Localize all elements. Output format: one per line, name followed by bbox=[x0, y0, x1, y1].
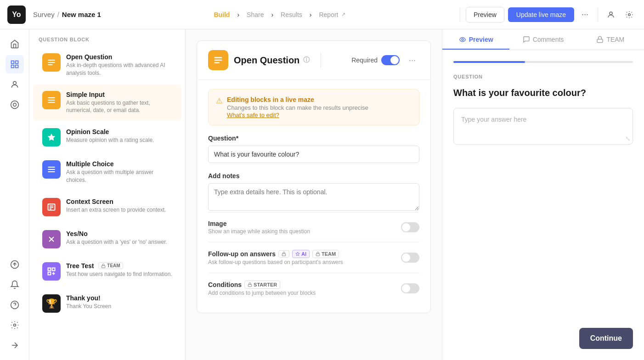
nav-step-share[interactable]: Share bbox=[239, 11, 271, 18]
image-toggle-desc: Show an image while asking this question bbox=[208, 228, 310, 235]
sidebar-more-icon[interactable] bbox=[6, 336, 24, 354]
breadcrumb-separator: / bbox=[57, 11, 59, 18]
tab-comments[interactable]: Comments bbox=[509, 29, 576, 50]
question-input[interactable] bbox=[208, 146, 419, 163]
nav-steps: Build › Share › Results › Report ↗ bbox=[206, 11, 352, 18]
block-icon-yes-no bbox=[42, 230, 61, 248]
sidebar-bottom-icons bbox=[6, 255, 24, 354]
sidebar-home-icon[interactable] bbox=[6, 35, 24, 53]
svg-rect-4 bbox=[11, 65, 14, 68]
block-title-thank-you: Thank you! bbox=[66, 294, 111, 302]
update-live-maze-button[interactable]: Update live maze bbox=[508, 7, 574, 22]
preview-panel: Preview Comments TEAM QUESTION What is y… bbox=[442, 29, 644, 360]
svg-point-0 bbox=[610, 12, 612, 15]
block-item-multiple-choice[interactable]: Multiple Choice Ask a question with mult… bbox=[33, 154, 181, 191]
block-item-opinion-scale[interactable]: Opinion Scale Measure opinion with a rat… bbox=[33, 122, 181, 153]
followup-team-badge: TEAM bbox=[312, 250, 339, 258]
svg-rect-3 bbox=[15, 61, 18, 64]
nav-step-results[interactable]: Results bbox=[273, 11, 310, 18]
toggle-knob bbox=[390, 56, 399, 64]
svg-rect-42 bbox=[248, 285, 252, 287]
followup-lock-badge bbox=[278, 250, 289, 258]
nav-step-build[interactable]: Build bbox=[206, 11, 237, 18]
block-icon-opinion-scale bbox=[42, 128, 61, 146]
conditions-toggle-desc: Add conditions to jump between your bloc… bbox=[208, 290, 316, 296]
block-icon-tree-test bbox=[42, 262, 61, 281]
svg-rect-41 bbox=[316, 254, 320, 256]
conditions-toggle-switch[interactable] bbox=[401, 283, 419, 293]
nav-actions: Preview Update live maze ··· bbox=[458, 7, 637, 22]
preview-continue-button[interactable]: Continue bbox=[579, 328, 633, 349]
svg-rect-5 bbox=[15, 65, 18, 68]
nav-step-report[interactable]: Report ↗ bbox=[311, 11, 352, 18]
followup-toggle-switch[interactable] bbox=[401, 253, 419, 263]
block-item-thank-you[interactable]: 🏆 Thank you! Thank You Screen bbox=[33, 288, 181, 319]
svg-point-7 bbox=[11, 101, 18, 109]
settings-icon[interactable] bbox=[622, 7, 637, 22]
block-title-yes-no: Yes/No bbox=[66, 230, 167, 237]
breadcrumb: Survey / New maze 1 bbox=[33, 11, 101, 18]
block-item-open-question[interactable]: Open Question Ask in-depth questions wit… bbox=[33, 47, 181, 84]
svg-rect-2 bbox=[11, 61, 14, 64]
block-item-simple-input[interactable]: Simple Input Ask basic questions to gath… bbox=[33, 84, 181, 121]
image-toggle-switch[interactable] bbox=[401, 222, 419, 232]
preview-answer-box[interactable]: Type your answer here ⤡ bbox=[453, 108, 633, 145]
breadcrumb-maze-name: New maze 1 bbox=[62, 11, 101, 18]
block-panel: Question Block Open Question Ask in-dept… bbox=[29, 29, 186, 360]
preview-answer-placeholder: Type your answer here bbox=[461, 116, 526, 123]
more-options-button[interactable]: ··· bbox=[578, 8, 592, 21]
block-icon-multiple-choice bbox=[42, 160, 61, 179]
block-title-context-screen: Context Screen bbox=[66, 198, 166, 205]
preview-tabs: Preview Comments TEAM bbox=[442, 29, 644, 50]
warning-banner: ⚠ Editing blocks in a live maze Changes … bbox=[208, 89, 419, 125]
sidebar-bell-icon[interactable] bbox=[6, 276, 24, 294]
svg-rect-44 bbox=[597, 39, 603, 42]
main-content: Open Question ⓘ Required ··· ⚠ Editing b… bbox=[186, 29, 442, 360]
followup-toggle-desc: Ask follow-up questions based on partici… bbox=[208, 259, 343, 265]
image-toggle-row: Image Show an image while asking this qu… bbox=[208, 212, 419, 242]
svg-point-8 bbox=[13, 103, 16, 107]
image-toggle-knob bbox=[402, 223, 410, 231]
nav-divider bbox=[460, 7, 460, 22]
block-desc-yes-no: Ask a question with a 'yes' or 'no' answ… bbox=[66, 238, 167, 246]
sidebar-target-icon[interactable] bbox=[6, 96, 24, 114]
block-panel-header: Question Block bbox=[29, 29, 185, 46]
notes-field-label: Add notes bbox=[208, 172, 419, 180]
question-editor-title: Open Question ⓘ bbox=[234, 55, 310, 66]
sidebar-help-icon[interactable] bbox=[6, 296, 24, 314]
sidebar-participants-icon[interactable] bbox=[6, 75, 24, 94]
warning-title: Editing blocks in a live maze bbox=[227, 96, 368, 103]
preview-button[interactable]: Preview bbox=[466, 7, 504, 22]
block-title-multiple-choice: Multiple Choice bbox=[66, 160, 172, 168]
top-navigation: Yo Survey / New maze 1 Build › Share › R… bbox=[0, 0, 644, 29]
block-desc-context-screen: Insert an extra screen to provide contex… bbox=[66, 206, 166, 214]
block-item-tree-test[interactable]: Tree Test TEAM Test how users navigate t… bbox=[33, 256, 181, 287]
resize-handle-icon: ⤡ bbox=[625, 135, 631, 142]
notes-textarea[interactable] bbox=[208, 183, 419, 211]
question-options-button[interactable]: ··· bbox=[405, 54, 419, 67]
warning-link[interactable]: What's safe to edit? bbox=[227, 112, 279, 118]
logo: Yo bbox=[7, 6, 26, 24]
block-desc-open-question: Ask in-depth questions with advanced AI … bbox=[66, 62, 172, 77]
tab-preview[interactable]: Preview bbox=[442, 29, 509, 50]
conditions-toggle-title: Conditions STARTER bbox=[208, 281, 316, 289]
svg-point-43 bbox=[462, 39, 463, 40]
svg-marker-40 bbox=[296, 252, 299, 256]
conditions-toggle-knob bbox=[402, 284, 410, 292]
info-icon[interactable]: ⓘ bbox=[303, 56, 310, 64]
svg-rect-32 bbox=[48, 272, 51, 275]
tab-team[interactable]: TEAM bbox=[577, 29, 644, 50]
block-icon-context-screen bbox=[42, 198, 61, 216]
required-toggle-switch[interactable] bbox=[381, 55, 400, 65]
sidebar-settings-icon[interactable] bbox=[6, 316, 24, 334]
followup-ai-badge: AI bbox=[292, 250, 310, 258]
sidebar-blocks-icon[interactable] bbox=[6, 55, 24, 73]
preview-content: QUESTION What is your favourite colour? … bbox=[442, 50, 644, 360]
user-icon[interactable] bbox=[604, 7, 618, 22]
preview-section-label: QUESTION bbox=[453, 74, 633, 79]
sidebar-upload-icon[interactable] bbox=[6, 255, 24, 274]
block-title-open-question: Open Question bbox=[66, 53, 172, 61]
main-layout: Question Block Open Question Ask in-dept… bbox=[0, 29, 644, 360]
block-item-yes-no[interactable]: Yes/No Ask a question with a 'yes' or 'n… bbox=[33, 224, 181, 255]
block-item-context-screen[interactable]: Context Screen Insert an extra screen to… bbox=[33, 191, 181, 223]
